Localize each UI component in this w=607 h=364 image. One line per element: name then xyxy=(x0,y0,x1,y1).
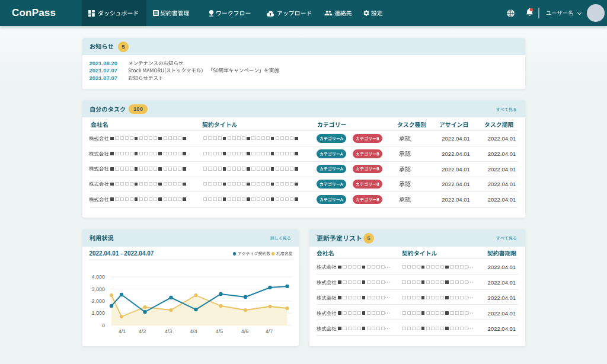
svg-text:4,000: 4,000 xyxy=(91,274,105,280)
svg-text:4/1: 4/1 xyxy=(119,328,126,334)
svg-text:4/3: 4/3 xyxy=(165,328,172,334)
svg-text:4/7: 4/7 xyxy=(266,328,273,334)
svg-text:2,000: 2,000 xyxy=(91,298,105,304)
svg-text:4/6: 4/6 xyxy=(241,328,249,334)
svg-text:4/2: 4/2 xyxy=(139,328,146,334)
svg-text:1,000: 1,000 xyxy=(91,310,105,316)
svg-text:0: 0 xyxy=(102,323,105,328)
svg-text:3,000: 3,000 xyxy=(91,286,105,292)
svg-text:4/5: 4/5 xyxy=(216,328,223,334)
svg-text:4/4: 4/4 xyxy=(190,328,197,334)
